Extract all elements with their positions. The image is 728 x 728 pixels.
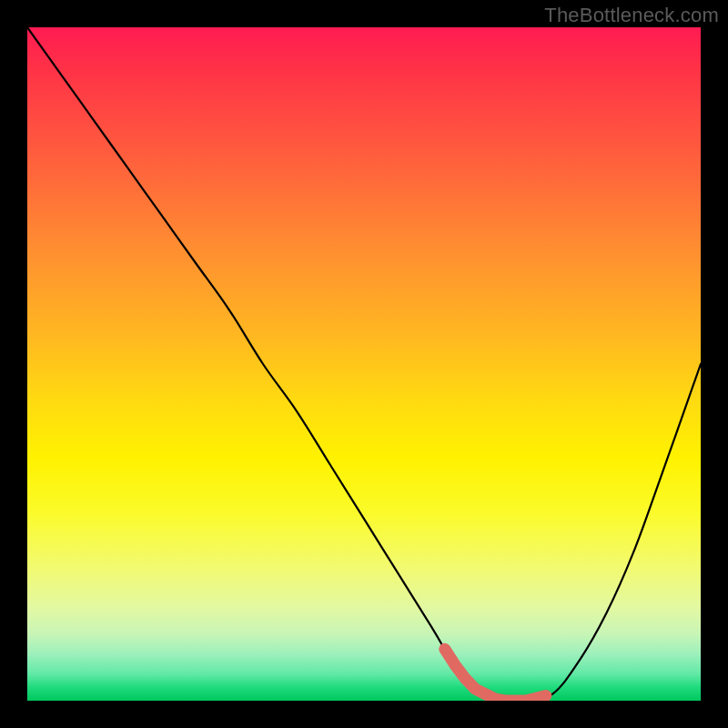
bottleneck-curve-line <box>27 27 701 701</box>
watermark-text: TheBottleneck.com <box>544 4 719 27</box>
chart-frame: TheBottleneck.com <box>0 0 728 728</box>
optimal-region-highlight <box>445 649 546 701</box>
plot-area <box>27 27 701 701</box>
bottleneck-curve-svg <box>27 27 701 701</box>
